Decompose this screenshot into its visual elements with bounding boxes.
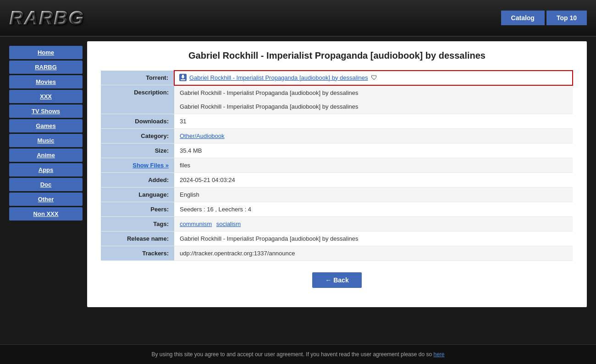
sidebar-item-apps[interactable]: Apps [9,163,83,176]
category-label: Category: [101,128,174,143]
description-line-1: Gabriel Rockhill - Imperialist Propagand… [180,89,567,96]
release-name-label: Release name: [101,231,174,246]
trackers-value: udp://tracker.opentrackr.org:1337/announ… [174,246,573,260]
language-value: English [174,187,573,202]
category-link[interactable]: Other/Audiobook [180,132,225,139]
downloads-label: Downloads: [101,114,174,128]
trackers-label: Trackers: [101,246,174,260]
footer: By using this site you agree to and acce… [0,344,596,364]
show-files-cell: Show Files » [101,158,174,172]
size-label: Size: [101,143,174,158]
size-value: 35.4 MB [174,143,573,158]
description-line-2: Gabriel Rockhill - Imperialist Propagand… [180,103,567,110]
trackers-row: Trackers: udp://tracker.opentrackr.org:1… [101,246,573,260]
added-row: Added: 2024-05-21 04:03:24 [101,172,573,187]
top10-button[interactable]: Top 10 [546,11,587,25]
sidebar-item-xxx[interactable]: XXX [9,90,83,103]
torrent-row: Torrent: Gabriel Rockhill - Imperialist … [101,71,573,85]
sidebar-item-doc[interactable]: Doc [9,178,83,191]
added-label: Added: [101,172,174,187]
footer-text: By using this site you agree to and acce… [151,351,433,358]
content-area: Gabriel Rockhill - Imperialist Propagand… [87,41,587,307]
logo: RARBG [9,7,84,29]
release-name-value: Gabriel Rockhill - Imperialist Propagand… [174,231,573,246]
peers-label: Peers: [101,202,174,216]
shield-icon: 🛡 [371,74,377,81]
tags-value: communism socialism [174,216,573,231]
page-title: Gabriel Rockhill - Imperialist Propagand… [101,50,573,61]
sidebar-item-movies[interactable]: Movies [9,75,83,88]
description-value: Gabriel Rockhill - Imperialist Propagand… [174,85,573,114]
tag-communism[interactable]: communism [180,221,212,227]
back-button-wrap: ← Back [101,272,573,288]
torrent-value-cell: Gabriel Rockhill - Imperialist Propagand… [174,71,573,85]
sidebar: Home RARBG Movies XXX TV Shows Games Mus… [9,41,83,307]
size-row: Size: 35.4 MB [101,143,573,158]
peers-value: Seeders : 16 , Leechers : 4 [174,202,573,216]
show-files-link[interactable]: Show Files » [132,162,169,169]
downloads-row: Downloads: 31 [101,114,573,128]
sidebar-item-rarbg[interactable]: RARBG [9,61,83,74]
torrent-download-link[interactable]: Gabriel Rockhill - Imperialist Propagand… [189,74,368,81]
language-label: Language: [101,187,174,202]
sidebar-item-anime[interactable]: Anime [9,149,83,162]
release-name-row: Release name: Gabriel Rockhill - Imperia… [101,231,573,246]
sidebar-item-music[interactable]: Music [9,134,83,147]
main-layout: Home RARBG Movies XXX TV Shows Games Mus… [0,37,596,312]
language-row: Language: English [101,187,573,202]
sidebar-item-tvshows[interactable]: TV Shows [9,105,83,118]
header-nav: Catalog Top 10 [501,11,587,25]
tag-socialism[interactable]: socialism [216,221,241,227]
tags-label: Tags: [101,216,174,231]
description-row: Description: Gabriel Rockhill - Imperial… [101,85,573,114]
category-value: Other/Audiobook [174,128,573,143]
sidebar-item-games[interactable]: Games [9,119,83,132]
footer-agreement-link[interactable]: here [434,351,445,358]
downloads-value: 31 [174,114,573,128]
info-table: Torrent: Gabriel Rockhill - Imperialist … [101,70,573,261]
download-torrent-icon[interactable] [179,74,187,81]
sidebar-item-home[interactable]: Home [9,46,83,59]
back-button[interactable]: ← Back [312,272,361,288]
catalog-button[interactable]: Catalog [501,11,545,25]
category-row: Category: Other/Audiobook [101,128,573,143]
peers-row: Peers: Seeders : 16 , Leechers : 4 [101,202,573,216]
torrent-label: Torrent: [101,71,174,85]
svg-rect-2 [181,79,185,80]
header: RARBG Catalog Top 10 [0,0,596,37]
sidebar-item-other[interactable]: Other [9,193,83,206]
sidebar-item-nonxxx[interactable]: Non XXX [9,207,83,221]
show-files-row: Show Files » files [101,158,573,172]
added-value: 2024-05-21 04:03:24 [174,172,573,187]
tags-row: Tags: communism socialism [101,216,573,231]
torrent-link-wrap: Gabriel Rockhill - Imperialist Propagand… [179,74,568,81]
description-label: Description: [101,85,174,114]
show-files-value: files [174,158,573,172]
